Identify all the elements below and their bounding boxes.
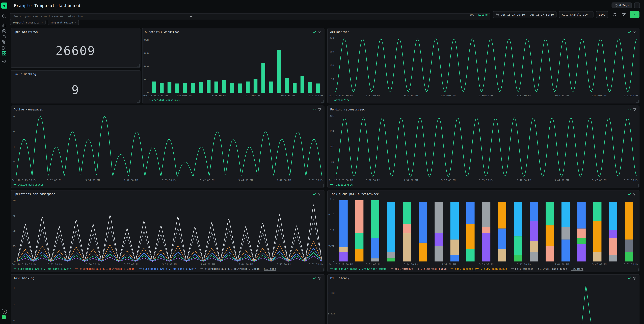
panel-resize-handle[interactable] <box>321 269 324 271</box>
svg-text:5:44:30 PM: 5:44:30 PM <box>554 263 569 266</box>
alerts-icon[interactable] <box>2 33 6 38</box>
legend-swatch <box>75 268 78 269</box>
svg-text:2: 2 <box>13 161 15 163</box>
legend-swatch <box>330 268 333 269</box>
svg-text:5:44:30 PM: 5:44:30 PM <box>238 263 253 266</box>
panel-chart-type-icon[interactable] <box>312 108 316 111</box>
legend-label: requests/sec <box>334 183 352 186</box>
calendar-icon <box>496 13 499 16</box>
open-workflows-value: 26609 <box>11 34 140 67</box>
p95-latency-chart[interactable]: 0.0300.0200.010 <box>328 281 639 324</box>
lucene-mode-toggle[interactable]: Lucene <box>478 13 488 16</box>
dashboards-icon[interactable] <box>2 50 6 54</box>
panel-resize-handle[interactable] <box>137 64 140 67</box>
legend-item[interactable]: active namespaces <box>14 183 44 186</box>
refresh-icon <box>612 12 616 16</box>
search-input[interactable] <box>10 13 490 20</box>
panel-resize-handle[interactable] <box>321 184 324 187</box>
actions-per-sec-chart[interactable]: 20015010050Dec 16 5:29:30 PM5:32:00 PM5:… <box>328 34 639 98</box>
traces-icon[interactable] <box>2 44 6 49</box>
svg-text:8: 8 <box>13 115 15 118</box>
user-avatar[interactable] <box>2 315 6 319</box>
help-button[interactable]: ? <box>2 309 7 314</box>
namespace-filter[interactable]: Temporal namespace ▾ <box>10 20 46 25</box>
svg-text:5:32:00 PM: 5:32:00 PM <box>366 94 380 97</box>
task-backlog-chart[interactable]: 432 <box>11 281 324 324</box>
more-menu-button[interactable]: ⋮ <box>634 2 640 8</box>
svg-text:5:42:00 PM: 5:42:00 PM <box>517 263 531 266</box>
legend-item[interactable]: requests/sec <box>330 183 353 186</box>
tags-button[interactable]: 0 Tags <box>612 2 632 8</box>
panel-chart-type-icon[interactable] <box>312 276 316 280</box>
panel-chart-type-icon[interactable] <box>312 30 316 34</box>
granularity-select[interactable]: Auto Granularity ▾ <box>559 11 594 18</box>
legend-item[interactable]: poll_timeout - s...flow-task-queue <box>390 267 446 270</box>
active-namespaces-chart[interactable]: 8642Dec 16 5:29:30 PM5:32:00 PM5:34:30 P… <box>11 112 324 182</box>
legend-more[interactable]: +12 more <box>264 267 276 270</box>
dashboard-title: Example Temporal dashboard <box>14 3 608 7</box>
filter-button[interactable] <box>620 11 627 18</box>
panel-filter-icon[interactable] <box>318 276 322 280</box>
panel-chart-type-icon[interactable] <box>628 30 631 34</box>
legend-item[interactable]: no_poller_tasks ...flow-task-queue <box>330 267 386 270</box>
panel-resize-handle[interactable] <box>137 100 140 103</box>
legend-swatch <box>330 184 333 185</box>
refresh-button[interactable] <box>611 11 618 18</box>
svg-text:5:51:30 PM: 5:51:30 PM <box>309 94 323 97</box>
successful-workflows-chart[interactable]: 0.80.60.40.20Dec 16 5:29:30 PM5:34:00 PM… <box>142 34 324 98</box>
settings-icon[interactable] <box>2 58 6 63</box>
chart-legend: no_poller_tasks ...flow-task-queuepoll_t… <box>328 266 639 272</box>
pending-requests-chart[interactable]: 20K15K10K5KDec 16 5:29:30 PM5:32:00 PM5:… <box>328 112 639 182</box>
legend-item[interactable]: successful workflows <box>145 99 180 101</box>
sql-mode-toggle[interactable]: SQL <box>470 13 474 16</box>
service-map-icon[interactable] <box>2 38 6 43</box>
panel-resize-handle[interactable] <box>321 100 324 103</box>
operations-per-namespace-chart[interactable]: 1007550250Dec 16 5:29:30 PM5:32:00 PM5:3… <box>11 197 324 266</box>
panel-chart-type-icon[interactable] <box>628 192 631 196</box>
svg-text:5:42:00 PM: 5:42:00 PM <box>200 179 214 182</box>
task-queue-polls-chart[interactable]: 0.20.150.10.050Dec 16 5:29:30 PM5:32:00 … <box>328 197 639 266</box>
legend-item[interactable]: action/sec <box>330 99 350 101</box>
panel-successful-workflows: Successful workflows 0.80.60.40.20Dec 16… <box>142 28 324 104</box>
legend-item[interactable]: clickpipes-aws-p...southeast-3.12c4n <box>75 267 134 270</box>
panel-filter-icon[interactable] <box>318 108 322 111</box>
live-button[interactable]: Live <box>596 11 608 18</box>
panel-filter-icon[interactable] <box>633 30 636 34</box>
legend-item[interactable]: poll_success - s...flow-task-queue <box>511 267 567 270</box>
legend-item[interactable]: clickpipes-aws-p...-us-east-2.12c4n <box>14 267 71 270</box>
panel-filter-icon[interactable] <box>633 192 636 196</box>
svg-text:5:34:30 PM: 5:34:30 PM <box>85 179 100 182</box>
queue-backlog-value: 9 <box>11 77 140 103</box>
panel-filter-icon[interactable] <box>633 108 636 111</box>
chart-explorer-icon[interactable] <box>2 21 6 26</box>
svg-text:5:47:00 PM: 5:47:00 PM <box>592 94 606 97</box>
panel-filter-icon[interactable] <box>318 192 322 196</box>
panel-title: Pending requests/sec <box>330 108 365 111</box>
panel-filter-icon[interactable] <box>633 276 636 280</box>
svg-text:5:51:30 PM: 5:51:30 PM <box>624 94 638 97</box>
legend-item[interactable]: clickpipes-aws-p...-us-east-1.12c4n <box>139 267 196 270</box>
search-icon[interactable] <box>2 13 6 17</box>
panel-resize-handle[interactable] <box>636 100 639 103</box>
panel-filter-icon[interactable] <box>318 30 322 34</box>
panel-resize-handle[interactable] <box>636 184 639 187</box>
legend-item[interactable]: clickpipes-aws-p...southeast-2.12c4n <box>200 267 260 270</box>
chevron-down-icon: ▾ <box>42 21 42 24</box>
svg-text:0.2: 0.2 <box>144 78 149 81</box>
sessions-icon[interactable] <box>2 27 6 32</box>
panel-chart-type-icon[interactable] <box>628 108 631 111</box>
legend-item[interactable]: poll_success_syn...flow-task-queue <box>451 267 507 270</box>
svg-text:5:42:00 PM: 5:42:00 PM <box>200 263 215 266</box>
region-filter[interactable]: Temporal region ▾ <box>48 20 79 25</box>
svg-text:5:37:00 PM: 5:37:00 PM <box>441 179 456 182</box>
panel-chart-type-icon[interactable] <box>312 192 316 196</box>
panel-resize-handle[interactable] <box>636 269 639 271</box>
chart-legend: requests/sec <box>328 182 639 188</box>
chart-legend: active namespaces <box>11 182 324 188</box>
svg-text:0.15: 0.15 <box>328 213 334 216</box>
time-range-picker[interactable]: Dec 16 17:29:30 - Dec 16 17:51:30 <box>493 11 556 18</box>
legend-more[interactable]: +36 more <box>571 267 584 270</box>
app-logo-icon[interactable] <box>1 2 8 8</box>
run-query-button[interactable]: ▶ <box>630 11 640 18</box>
panel-chart-type-icon[interactable] <box>628 276 631 280</box>
